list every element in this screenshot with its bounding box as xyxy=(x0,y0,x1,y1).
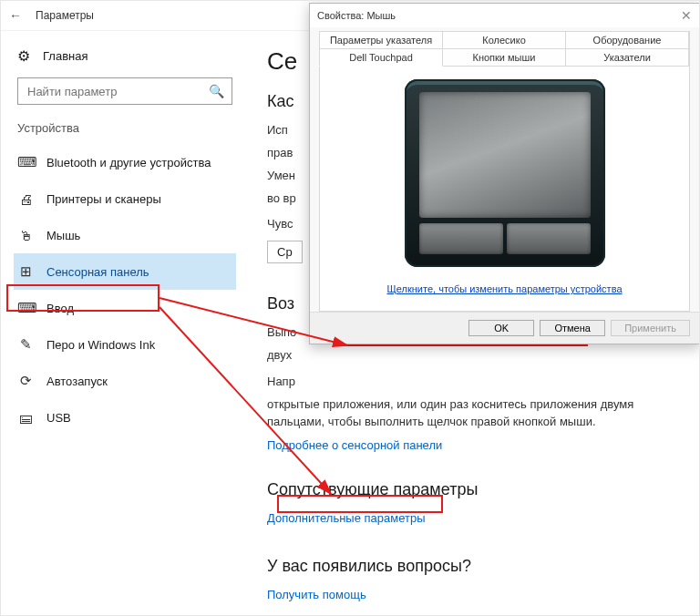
tab-pointer-options[interactable]: Параметры указателя xyxy=(319,31,443,49)
bluetooth-icon: ⌨ xyxy=(17,154,34,170)
change-device-settings-link[interactable]: Щелкните, чтобы изменить параметры устро… xyxy=(386,283,622,294)
home-nav[interactable]: ⚙ Главная xyxy=(17,47,232,65)
mouse-properties-dialog: Свойства: Мышь ✕ Параметры указателя Кол… xyxy=(309,3,700,344)
sensitivity-dropdown[interactable]: Ср xyxy=(267,241,303,263)
group-label: Устройства xyxy=(17,121,232,135)
nav-pen[interactable]: ✎Перо и Windows Ink xyxy=(14,326,236,363)
learn-more-link[interactable]: Подробнее о сенсорной панели xyxy=(267,438,442,452)
home-label: Главная xyxy=(43,49,88,63)
touchpad-icon: ⊞ xyxy=(17,263,34,280)
section-related: Сопутствующие параметры xyxy=(267,480,679,499)
nav-list: ⌨Bluetooth и другие устройства 🖨Принтеры… xyxy=(14,144,236,436)
mouse-icon: 🖱 xyxy=(17,228,34,243)
touchpad-image xyxy=(405,79,605,267)
tab-buttons[interactable]: Кнопки мыши xyxy=(442,48,566,67)
keyboard-icon: ⌨ xyxy=(17,300,34,316)
nav-autoplay[interactable]: ⟳Автозапуск xyxy=(14,363,236,399)
ok-button[interactable]: OK xyxy=(468,320,534,336)
gear-icon: ⚙ xyxy=(17,47,30,65)
back-button[interactable]: ← xyxy=(8,8,23,23)
tab-hardware[interactable]: Оборудование xyxy=(565,31,689,49)
tab-wheel[interactable]: Колесико xyxy=(442,31,566,49)
cancel-button[interactable]: Отмена xyxy=(540,320,605,336)
dialog-tabs: Параметры указателя Колесико Оборудовани… xyxy=(319,31,690,312)
printer-icon: 🖨 xyxy=(17,191,34,207)
tab-pointers[interactable]: Указатели xyxy=(565,48,689,67)
search-input[interactable] xyxy=(26,84,209,99)
additional-settings-link[interactable]: Дополнительные параметры xyxy=(267,511,426,525)
nav-mouse[interactable]: 🖱Мышь xyxy=(14,217,236,253)
nav-touchpad[interactable]: ⊞Сенсорная панель xyxy=(14,253,236,290)
close-icon[interactable]: ✕ xyxy=(681,8,692,23)
nav-typing[interactable]: ⌨Ввод xyxy=(14,290,236,326)
get-help-link[interactable]: Получить помощь xyxy=(267,588,366,601)
tab-dell-touchpad[interactable]: Dell Touchpad xyxy=(319,48,443,67)
section-help: У вас появились вопросы? xyxy=(267,557,679,576)
nav-usb[interactable]: 🖴USB xyxy=(14,399,236,436)
sidebar: ⚙ Главная 🔍 Устройства ⌨Bluetooth и друг… xyxy=(1,31,247,616)
dialog-title: Свойства: Мышь xyxy=(317,10,396,21)
nav-printers[interactable]: 🖨Принтеры и сканеры xyxy=(14,180,236,217)
pen-icon: ✎ xyxy=(17,336,34,353)
search-box[interactable]: 🔍 xyxy=(17,77,232,105)
apply-button: Применить xyxy=(611,320,690,336)
nav-bluetooth[interactable]: ⌨Bluetooth и другие устройства xyxy=(14,144,236,180)
autoplay-icon: ⟳ xyxy=(17,373,34,389)
usb-icon: 🖴 xyxy=(17,410,34,426)
search-icon: 🔍 xyxy=(209,84,224,98)
window-title: Параметры xyxy=(36,9,94,22)
